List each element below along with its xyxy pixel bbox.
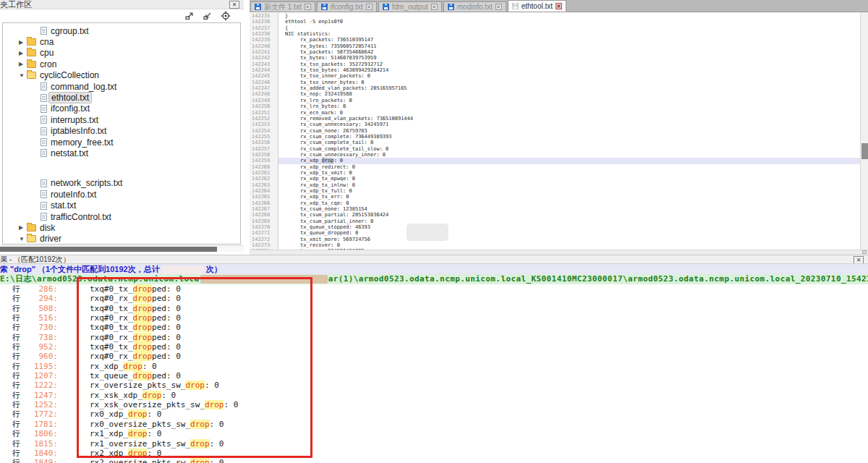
result-row[interactable]: 行1222:rx_oversize_pkts_sw_drop: 0 [0,381,868,390]
tree-item-ethtool-txt[interactable]: ethtool.txt [3,92,240,103]
editor-line[interactable]: 142260 rx_xdp_redirect: 0 [250,164,860,170]
editor-line[interactable]: 142246 tx_tso_inner_bytes: 0 [250,80,860,85]
editor-line[interactable]: 142267 tx_csum_none: 12385154 [250,206,860,212]
close-icon[interactable]: ✕ [305,4,311,10]
tree-item-ifconfig-txt[interactable]: ifconfig.txt [3,103,240,114]
tree-item-cron[interactable]: ▶cron [3,59,240,69]
result-row[interactable]: 行1195:rx_xdp_drop: 0 [0,362,868,371]
editor-line[interactable]: 142242 tx_bytes: 514607839753959 [250,55,860,61]
editor-line[interactable]: 142255 rx_csum_complete: 736449389393 [250,134,860,140]
editor-line[interactable]: 142266 rx_xdp_tx_cqe: 0 [250,200,860,206]
editor-line[interactable]: 142269 tx_csum_partial_inner: 0 [250,218,860,224]
tree-item-trafficcontrol-txt[interactable]: trafficControl.txt [3,211,240,222]
editor-line[interactable]: 142256 rx_csum_complete_tail: 0 [250,140,860,145]
search-file-path[interactable]: E:\日志\armod0523.odata.ncmp.unicom.locaar… [0,274,868,284]
locate-file-icon[interactable] [221,11,231,21]
tree-item-cpu[interactable]: ▶cpu [3,48,240,59]
tree-item-cycliccollection[interactable]: ▼cyclicCollection [3,70,240,81]
editor-line[interactable]: 142271 tx_queue_dropped: 0 [250,230,860,236]
tree-item-cna[interactable]: ▶cna [3,36,240,47]
result-row[interactable]: 行294:rxq#0_rx_dropped: 0 [0,294,868,303]
close-icon[interactable]: ✕ [556,3,562,9]
editor-line[interactable]: 142235} [250,13,860,19]
editor-line[interactable]: 142250 rx_lro_bytes: 0 [250,103,860,109]
editor-line[interactable]: 142254 rx_csum_none: 26759783 [250,128,860,134]
result-row[interactable]: 行730:txq#0_tx_dropped: 0 [0,323,868,332]
collapse-all-icon[interactable] [203,11,213,21]
tree-item-netstat-txt[interactable]: netstat.txt [3,148,240,158]
close-icon[interactable]: ✕ [366,4,373,10]
editor-line[interactable]: 142258 rx_csum_unnecessary_inner: 0 [250,152,860,158]
result-row[interactable]: 行1772:rx0_xdp_drop: 0 [0,409,868,419]
result-row[interactable]: 行508:txq#0_tx_dropped: 0 [0,304,868,313]
results-close-icon[interactable]: ✕ [854,256,864,264]
result-row[interactable]: 行952:txq#0_tx_dropped: 0 [0,342,868,352]
editor-line[interactable]: 142236ethtool -S enp1s0f0 [250,19,860,25]
editor-line[interactable]: 142273 tx_recover: 0 [250,242,860,248]
result-row[interactable]: 行286:txq#0_tx_dropped: 0 [0,284,868,294]
editor-vertical-scrollbar[interactable] [860,12,868,250]
editor-line[interactable]: 142251 rx_ecn_mark: 0 [250,110,860,116]
editor-line[interactable]: 142247 tx_added_vlan_packets: 2051659571… [250,85,860,91]
editor-line[interactable]: 142265 rx_xdp_tx_err: 0 [250,194,860,200]
result-row[interactable]: 行516:rxq#0_rx_dropped: 0 [0,313,868,323]
editor-line[interactable]: 142239 rx_packets: 736510395147 [250,37,860,43]
editor-line[interactable]: 142272 tx_xmit_more: 569724756 [250,237,860,242]
tree-item-routeinfo-txt[interactable]: routeInfo.txt [3,189,240,200]
result-row[interactable]: 行1207:tx_queue_dropped: 0 [0,371,868,381]
editor-line[interactable]: 142244 tx_tso_bytes: 463099429284214 [250,67,860,73]
result-row[interactable]: 行960:rxq#0_rx_dropped: 0 [0,352,868,361]
tree-item-iptablesinfo-txt[interactable]: iptablesInfo.txt [3,126,240,137]
tree-item-interrupts-txt[interactable]: interrupts.txt [3,114,240,125]
close-icon[interactable]: ✕ [431,4,438,10]
editor-body[interactable]: 142235}142236ethtool -S enp1s0f0142237{1… [250,12,868,250]
editor-line[interactable]: 142243 tx_tso_packets: 35272932712 [250,61,860,67]
result-row[interactable]: 行1815:rx1_oversize_pkts_sw_drop: 0 [0,439,868,449]
editor-line[interactable]: 142245 tx_tso_inner_packets: 0 [250,73,860,79]
tree-item-memory-free-txt[interactable]: memory_free.txt [3,137,240,148]
editor-line[interactable]: 142252 rx_removed_vlan_packets: 73651009… [250,116,860,122]
editor-content[interactable]: 142235}142236ethtool -S enp1s0f0142237{1… [250,13,860,250]
result-row[interactable]: 行738:rxq#0_rx_dropped: 0 [0,333,868,342]
close-icon[interactable]: ✕ [495,4,502,10]
editor-line[interactable]: 142264 rx_xdp_tx_full: 0 [250,188,860,194]
scrollbar-thumb[interactable] [861,143,868,159]
tab-modinfo-txt[interactable]: modinfo.txt✕ [443,1,506,12]
resize-grip-icon[interactable] [862,250,867,254]
editor-line[interactable]: 142241 tx_packets: 507354668642 [250,49,860,55]
tab-ifconfig-txt[interactable]: ifconfig.txt✕ [317,1,377,12]
tree-item-disk[interactable]: ▶disk [3,222,240,233]
expand-all-icon[interactable] [184,11,195,21]
editor-line[interactable]: 142263 rx_xdp_tx_inlnw: 0 [250,182,860,188]
editor-line[interactable]: 142270 tx_queue_stopped: 46393 [250,224,860,230]
editor-line[interactable]: 142253 rx_csum_unnecessary: 34245971 [250,122,860,127]
editor-line[interactable]: 142259 rx_xdp_drop: 0 [250,158,860,163]
tree-item-driver[interactable]: ▼driver [3,234,240,245]
chevron-down-icon[interactable]: ▼ [19,236,27,242]
editor-line[interactable]: 142262 rx_xdp_tx_mpwqe: 0 [250,176,860,182]
editor-line[interactable]: 142240 rx_bytes: 735960572057411 [250,43,860,49]
tree-item-command-log-txt[interactable]: command_log.txt [3,81,240,92]
tree-item-cgroup-txt[interactable]: cgroup.txt [3,25,240,36]
editor-line[interactable]: 142237{ [250,25,860,31]
tab--1-txt[interactable]: 新文件 1.txt✕ [250,1,315,12]
editor-line[interactable]: 142268 tx_csum_partial: 205153836424 [250,212,860,218]
result-row[interactable]: 行1806:rx1_xdp_drop: 0 [0,429,868,438]
chevron-right-icon[interactable]: ▶ [19,224,27,231]
editor-line[interactable]: 142257 rx_csum_complete_tail_slow: 0 [250,146,860,152]
result-row[interactable]: 行1840:rx2_xdp_drop: 0 [0,449,868,458]
tab-fdm-output[interactable]: fdm_output✕ [378,1,442,12]
chevron-right-icon[interactable]: ▶ [19,39,27,46]
result-row[interactable]: 行1247:rx_xsk_xdp_drop: 0 [0,391,868,400]
tab-ethtool-txt[interactable]: ethtool.txt✕ [508,0,566,12]
scrollbar-thumb[interactable] [0,247,217,252]
editor-line[interactable]: 142249 rx_lro_packets: 0 [250,98,860,103]
tree-item-network-scripts-txt[interactable]: network_scripts.txt [3,178,240,189]
result-row[interactable]: 行1781:rx0_oversize_pkts_sw_drop: 0 [0,420,868,429]
editor-line[interactable]: 142248 tx_nop: 232419588 [250,91,860,97]
chevron-down-icon[interactable]: ▼ [19,72,27,79]
chevron-right-icon[interactable]: ▶ [19,50,27,56]
result-row[interactable]: 行1252:rx_xsk_oversize_pkts_sw_drop: 0 [0,400,868,409]
editor-line[interactable]: 142261 rx_xdp_tx_xmit: 0 [250,170,860,176]
workspace-horizontal-scrollbar[interactable] [0,245,244,252]
